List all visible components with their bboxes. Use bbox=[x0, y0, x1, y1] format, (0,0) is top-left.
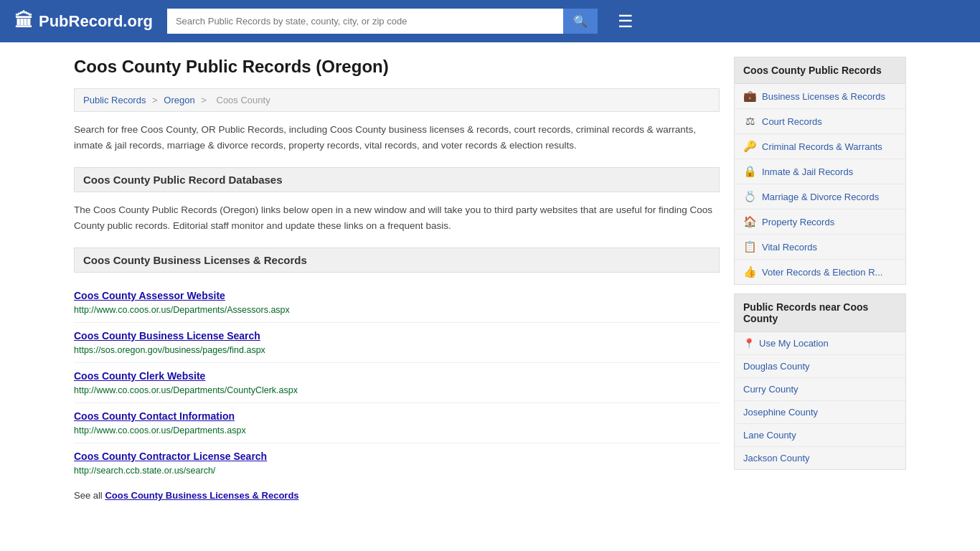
breadcrumb-sep-2: > bbox=[201, 95, 209, 105]
sidebar-coos-items: 💼 Business Licenses & Records⚖ Court Rec… bbox=[735, 84, 905, 284]
databases-section-header: Coos County Public Record Databases bbox=[74, 167, 720, 192]
sidebar-coos-header: Coos County Public Records bbox=[735, 57, 905, 84]
main-content: Coos County Public Records (Oregon) Publ… bbox=[74, 57, 720, 501]
sidebar-icon-5: 🏠 bbox=[743, 215, 756, 228]
sidebar-nearby-header: Public Records near Coos County bbox=[735, 294, 905, 332]
nearby-counties-list: Douglas CountyCurry CountyJosephine Coun… bbox=[735, 355, 905, 469]
search-button[interactable]: 🔍 bbox=[563, 9, 598, 34]
breadcrumb-oregon[interactable]: Oregon bbox=[164, 95, 194, 105]
sidebar-icon-3: 🔒 bbox=[743, 165, 756, 178]
location-icon: 📍 bbox=[743, 338, 755, 349]
sidebar-coos-item-7[interactable]: 👍 Voter Records & Election R... bbox=[735, 260, 905, 284]
hamburger-menu[interactable]: ☰ bbox=[618, 11, 633, 32]
nearby-county-2[interactable]: Josephine County bbox=[735, 401, 905, 424]
record-url-4: http://search.ccb.state.or.us/search/ bbox=[74, 466, 215, 476]
sidebar-icon-4: 💍 bbox=[743, 190, 756, 203]
nearby-county-0[interactable]: Douglas County bbox=[735, 355, 905, 378]
sidebar-label-2: Criminal Records & Warrants bbox=[762, 141, 882, 152]
sidebar-icon-1: ⚖ bbox=[743, 115, 756, 128]
see-all: See all Coos County Business Licenses & … bbox=[74, 490, 720, 501]
record-title-3[interactable]: Coos County Contact Information bbox=[74, 410, 720, 422]
sidebar-coos-item-4[interactable]: 💍 Marriage & Divorce Records bbox=[735, 184, 905, 209]
search-icon: 🔍 bbox=[573, 15, 588, 27]
page-description: Search for free Coos County, OR Public R… bbox=[74, 122, 720, 153]
record-title-1[interactable]: Coos County Business License Search bbox=[74, 330, 720, 342]
records-list: Coos County Assessor Website http://www.… bbox=[74, 283, 720, 483]
record-title-4[interactable]: Coos County Contractor License Search bbox=[74, 451, 720, 462]
sidebar-label-1: Court Records bbox=[762, 116, 822, 127]
record-item-0: Coos County Assessor Website http://www.… bbox=[74, 283, 720, 323]
main-container: Coos County Public Records (Oregon) Publ… bbox=[60, 42, 920, 515]
sidebar-label-3: Inmate & Jail Records bbox=[762, 166, 853, 177]
record-item-3: Coos County Contact Information http://w… bbox=[74, 403, 720, 443]
sidebar-coos-item-1[interactable]: ⚖ Court Records bbox=[735, 109, 905, 134]
record-url-2: http://www.co.coos.or.us/Departments/Cou… bbox=[74, 385, 298, 395]
record-item-1: Coos County Business License Search http… bbox=[74, 323, 720, 363]
logo[interactable]: 🏛 PubRecord.org bbox=[14, 10, 153, 32]
logo-text: PubRecord.org bbox=[39, 12, 153, 31]
use-location-label: Use My Location bbox=[759, 338, 829, 349]
record-url-3: http://www.co.coos.or.us/Departments.asp… bbox=[74, 425, 246, 435]
search-bar: 🔍 bbox=[167, 9, 598, 34]
use-my-location[interactable]: 📍 Use My Location bbox=[735, 332, 905, 355]
see-all-link[interactable]: Coos County Business Licenses & Records bbox=[105, 490, 298, 501]
record-url-0: http://www.co.coos.or.us/Departments/Ass… bbox=[74, 305, 290, 315]
sidebar-coos-item-5[interactable]: 🏠 Property Records bbox=[735, 209, 905, 235]
databases-description: The Coos County Public Records (Oregon) … bbox=[74, 202, 720, 233]
sidebar-coos-item-2[interactable]: 🔑 Criminal Records & Warrants bbox=[735, 134, 905, 159]
sidebar-icon-0: 💼 bbox=[743, 90, 756, 103]
sidebar-coos-item-6[interactable]: 📋 Vital Records bbox=[735, 235, 905, 260]
sidebar-icon-2: 🔑 bbox=[743, 140, 756, 153]
record-item-4: Coos County Contractor License Search ht… bbox=[74, 443, 720, 483]
search-input[interactable] bbox=[167, 9, 563, 34]
sidebar-label-4: Marriage & Divorce Records bbox=[762, 192, 879, 202]
page-title: Coos County Public Records (Oregon) bbox=[74, 57, 720, 77]
sidebar-label-7: Voter Records & Election R... bbox=[762, 267, 882, 278]
nearby-county-3[interactable]: Lane County bbox=[735, 424, 905, 447]
breadcrumb-public-records[interactable]: Public Records bbox=[83, 95, 146, 105]
logo-icon: 🏛 bbox=[14, 10, 33, 32]
breadcrumb-sep-1: > bbox=[152, 95, 160, 105]
breadcrumb: Public Records > Oregon > Coos County bbox=[74, 88, 720, 112]
sidebar-coos-section: Coos County Public Records 💼 Business Li… bbox=[734, 57, 906, 285]
sidebar-label-0: Business Licenses & Records bbox=[762, 91, 885, 102]
nearby-county-1[interactable]: Curry County bbox=[735, 378, 905, 401]
sidebar: Coos County Public Records 💼 Business Li… bbox=[734, 57, 906, 501]
sidebar-label-6: Vital Records bbox=[762, 242, 817, 253]
record-url-1: https://sos.oregon.gov/business/pages/fi… bbox=[74, 345, 265, 355]
sidebar-label-5: Property Records bbox=[762, 217, 834, 227]
nearby-county-4[interactable]: Jackson County bbox=[735, 447, 905, 469]
breadcrumb-coos-county: Coos County bbox=[217, 95, 270, 105]
sidebar-icon-6: 📋 bbox=[743, 240, 756, 253]
record-item-2: Coos County Clerk Website http://www.co.… bbox=[74, 363, 720, 403]
record-title-2[interactable]: Coos County Clerk Website bbox=[74, 370, 720, 382]
business-section-header: Coos County Business Licenses & Records bbox=[74, 248, 720, 273]
sidebar-coos-item-3[interactable]: 🔒 Inmate & Jail Records bbox=[735, 159, 905, 184]
sidebar-nearby-section: Public Records near Coos County 📍 Use My… bbox=[734, 293, 906, 470]
site-header: 🏛 PubRecord.org 🔍 ☰ bbox=[0, 0, 980, 42]
sidebar-icon-7: 👍 bbox=[743, 265, 756, 278]
sidebar-coos-item-0[interactable]: 💼 Business Licenses & Records bbox=[735, 84, 905, 109]
record-title-0[interactable]: Coos County Assessor Website bbox=[74, 290, 720, 301]
